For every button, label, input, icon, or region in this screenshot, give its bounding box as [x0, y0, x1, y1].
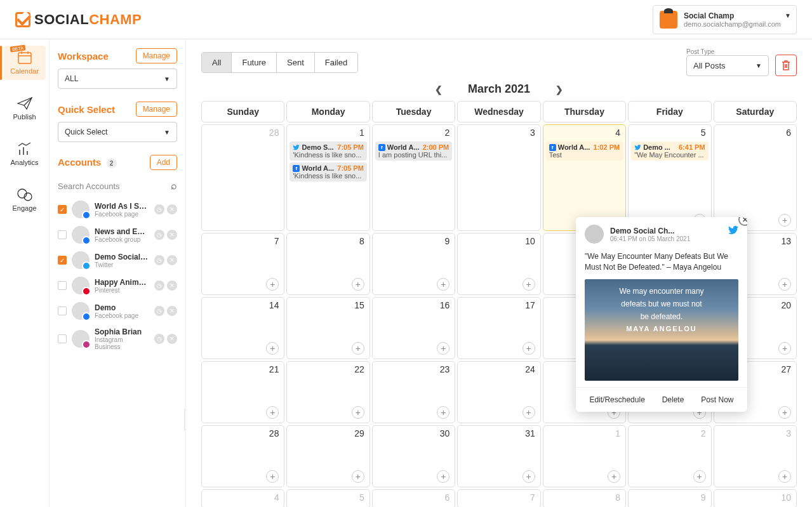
clock-icon[interactable]: ◷	[154, 306, 164, 316]
quickselect-manage-button[interactable]: Manage	[136, 102, 177, 117]
post-chip[interactable]: Demo S... 7:05 PM 'Kindness is like sno.…	[290, 142, 366, 161]
calendar-cell[interactable]: 1+	[543, 425, 626, 487]
popover-postnow-button[interactable]: Post Now	[701, 395, 733, 404]
calendar-cell[interactable]: 10+	[457, 233, 540, 295]
nav-publish[interactable]: Publish	[4, 91, 46, 126]
account-checkbox[interactable]	[58, 281, 67, 290]
add-post-button[interactable]: +	[778, 278, 791, 291]
add-post-button[interactable]: +	[522, 278, 535, 291]
add-post-button[interactable]: +	[266, 278, 279, 291]
calendar-cell[interactable]: 22+	[286, 361, 369, 423]
accounts-add-button[interactable]: Add	[150, 155, 177, 170]
quickselect-select[interactable]: Quick Select ▼	[58, 122, 177, 142]
add-post-button[interactable]: +	[437, 406, 449, 419]
calendar-cell[interactable]: 14+	[201, 297, 284, 359]
calendar-cell[interactable]: 15+	[286, 297, 369, 359]
calendar-cell[interactable]: 9	[628, 489, 711, 507]
filter-sent[interactable]: Sent	[277, 53, 315, 72]
calendar-cell[interactable]: 3+	[714, 425, 797, 487]
calendar-cell[interactable]: 31+	[457, 425, 540, 487]
account-checkbox[interactable]	[58, 256, 67, 265]
add-post-button[interactable]: +	[266, 406, 279, 419]
account-row[interactable]: News and Entert... Facebook group ◷ ✕	[58, 222, 177, 247]
remove-icon[interactable]: ✕	[167, 230, 177, 240]
clock-icon[interactable]: ◷	[154, 204, 164, 214]
account-row[interactable]: World As I See It Facebook page ◷ ✕	[58, 197, 177, 222]
calendar-cell[interactable]: 1 Demo S... 7:05 PM 'Kindness is like sn…	[286, 124, 369, 231]
remove-icon[interactable]: ✕	[167, 204, 177, 214]
calendar-cell[interactable]: 23+	[372, 361, 455, 423]
add-post-button[interactable]: +	[352, 406, 364, 419]
calendar-cell[interactable]: 28+	[201, 425, 284, 487]
calendar-cell[interactable]: 30+	[372, 425, 455, 487]
clock-icon[interactable]: ◷	[154, 334, 164, 344]
add-post-button[interactable]: +	[522, 470, 535, 483]
calendar-cell[interactable]: 16+	[372, 297, 455, 359]
calendar-cell[interactable]: 5	[286, 489, 369, 507]
calendar-cell[interactable]: 21+	[201, 361, 284, 423]
account-checkbox[interactable]	[58, 334, 67, 343]
post-chip[interactable]: fWorld A... 1:02 PM Test	[546, 142, 623, 161]
add-post-button[interactable]: +	[693, 470, 706, 483]
clock-icon[interactable]: ◷	[154, 280, 164, 291]
logo[interactable]: SOCIALCHAMP	[15, 11, 142, 28]
user-menu[interactable]: Social Champ demo.socialchamp@gmail.com …	[653, 5, 797, 34]
calendar-cell[interactable]: 6+	[714, 124, 797, 231]
add-post-button[interactable]: +	[352, 470, 364, 483]
add-post-button[interactable]: +	[778, 214, 791, 227]
post-type-select[interactable]: All Posts ▼	[686, 55, 769, 76]
remove-icon[interactable]: ✕	[167, 280, 177, 291]
add-post-button[interactable]: +	[522, 342, 535, 355]
calendar-cell[interactable]: 4 fWorld A... 1:02 PM Test	[543, 124, 626, 231]
add-post-button[interactable]: +	[778, 342, 791, 355]
account-row[interactable]: Sophia Brian Instagram Business ◷ ✕	[58, 324, 177, 354]
nav-engage[interactable]: Engage	[4, 183, 46, 217]
calendar-cell[interactable]: 9+	[372, 233, 455, 295]
calendar-cell[interactable]: 6	[372, 489, 455, 507]
search-input[interactable]: Search Accounts	[58, 181, 120, 191]
calendar-cell[interactable]: 3	[457, 124, 540, 231]
calendar-cell[interactable]: 28	[201, 124, 284, 231]
account-row[interactable]: Demo Social Ch... Twitter ◷ ✕	[58, 247, 177, 273]
calendar-cell[interactable]: 8+	[286, 233, 369, 295]
popover-delete-button[interactable]: Delete	[662, 395, 684, 404]
popover-edit-button[interactable]: Edit/Reschedule	[589, 395, 644, 404]
filter-all[interactable]: All	[202, 53, 232, 72]
add-post-button[interactable]: +	[352, 342, 364, 355]
account-row[interactable]: Happy Animals Pinterest ◷ ✕	[58, 273, 177, 298]
calendar-cell[interactable]: 7+	[201, 233, 284, 295]
account-checkbox[interactable]	[58, 205, 67, 214]
post-chip[interactable]: fWorld A... 7:05 PM 'Kindness is like sn…	[290, 162, 366, 181]
remove-icon[interactable]: ✕	[167, 334, 177, 344]
calendar-cell[interactable]: 8	[543, 489, 626, 507]
account-checkbox[interactable]	[58, 306, 67, 315]
add-post-button[interactable]: +	[522, 406, 535, 419]
prev-month-button[interactable]: ❮	[435, 84, 443, 95]
calendar-cell[interactable]: 24+	[457, 361, 540, 423]
clock-icon[interactable]: ◷	[154, 230, 164, 240]
add-post-button[interactable]: +	[778, 406, 791, 419]
calendar-cell[interactable]: 7	[457, 489, 540, 507]
nav-calendar[interactable]: BETA Calendar	[4, 46, 46, 80]
add-post-button[interactable]: +	[608, 470, 620, 483]
add-post-button[interactable]: +	[437, 278, 449, 291]
post-chip[interactable]: fWorld A... 2:00 PM I am posting URL thi…	[375, 142, 452, 161]
add-post-button[interactable]: +	[437, 342, 449, 355]
calendar-cell[interactable]: 4	[201, 489, 284, 507]
nav-analytics[interactable]: Analytics	[4, 137, 46, 171]
next-month-button[interactable]: ❯	[556, 84, 563, 95]
calendar-cell[interactable]: 17+	[457, 297, 540, 359]
calendar-cell[interactable]: 2+	[628, 425, 711, 487]
trash-button[interactable]	[775, 55, 797, 76]
post-chip[interactable]: Demo ... 6:41 PM "We May Encounter ...	[631, 142, 708, 161]
add-post-button[interactable]: +	[352, 278, 364, 291]
calendar-cell[interactable]: 29+	[286, 425, 369, 487]
add-post-button[interactable]: +	[437, 470, 449, 483]
account-row[interactable]: Demo Facebook page ◷ ✕	[58, 298, 177, 324]
calendar-cell[interactable]: 5 Demo ... 6:41 PM "We May Encounter ...…	[628, 124, 711, 231]
workspace-manage-button[interactable]: Manage	[136, 48, 177, 63]
remove-icon[interactable]: ✕	[167, 306, 177, 316]
search-icon[interactable]: ⌕	[171, 180, 177, 192]
calendar-cell[interactable]: 2 fWorld A... 2:00 PM I am posting URL t…	[372, 124, 455, 231]
account-checkbox[interactable]	[58, 230, 67, 239]
